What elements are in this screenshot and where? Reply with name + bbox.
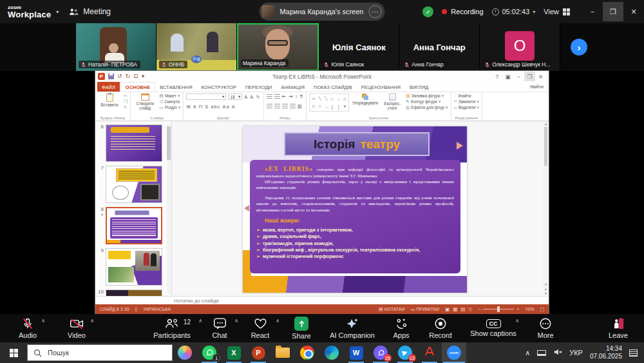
audio-options-chevron[interactable]: ∧: [41, 318, 45, 324]
video-tile[interactable]: Юлія Саянок Юлія Саянок: [319, 23, 399, 71]
video-tile-active-speaker[interactable]: Марина Каранда: [237, 23, 319, 71]
react-button[interactable]: React ∧: [240, 314, 281, 342]
current-slide[interactable]: Історія театру «EX LIBRIS» створено при …: [243, 126, 467, 293]
share-button[interactable]: Share: [281, 314, 322, 342]
shape-fill-button[interactable]: ▨Заливка фігури▾: [406, 93, 448, 98]
ppt-close-button[interactable]: ✕: [535, 72, 546, 81]
ppt-tab-file[interactable]: ФАЙЛ: [97, 82, 120, 92]
find-button[interactable]: ◌Знайти: [454, 93, 479, 98]
slide-title[interactable]: Історія театру: [284, 132, 430, 156]
layout-button[interactable]: ▤Макет▾: [159, 93, 180, 98]
notes-pane[interactable]: Нотатки до слайда: [95, 296, 549, 304]
chevron-down-icon[interactable]: ▾: [56, 9, 59, 15]
taskbar-app-telegram[interactable]: 13: [393, 342, 417, 363]
next-videos-button[interactable]: ›: [571, 39, 587, 55]
ppt-tab-insert[interactable]: ВСТАВЛЕННЯ: [155, 82, 196, 92]
ppt-tab-home[interactable]: ОСНОВНЕ: [120, 82, 155, 92]
new-slide-button[interactable]: Створити слайд: [133, 93, 156, 115]
zoom-slider-thumb[interactable]: [497, 306, 500, 312]
captions-chevron[interactable]: ∧: [515, 318, 519, 324]
record-button[interactable]: Record: [420, 314, 461, 342]
pill-more-button[interactable]: ⋯: [368, 5, 381, 18]
ppt-sign-in[interactable]: Увійти: [524, 82, 549, 92]
scroll-up-icon[interactable]: ▲: [544, 122, 547, 126]
slide-body-textbox[interactable]: «EX LIBRIS» створено при кафедрі філософ…: [250, 160, 460, 273]
numbering-icon[interactable]: [274, 94, 280, 99]
slide-thumbnail-7[interactable]: [106, 166, 162, 203]
video-tile[interactable]: ОННБ: [156, 23, 237, 71]
font-style-buttons[interactable]: Ж К П S abc Аа А: [186, 104, 236, 110]
ppt-minimize-button[interactable]: −: [513, 72, 524, 81]
scrollbar-thumb[interactable]: [544, 127, 547, 166]
taskbar-app-word[interactable]: W: [344, 342, 368, 363]
normal-view-button[interactable]: ▣: [445, 306, 450, 312]
tray-chevron-up-icon[interactable]: ∧: [525, 349, 530, 357]
taskbar-app-whatsapp[interactable]: 1: [197, 342, 222, 363]
speaker-muted-icon[interactable]: [553, 348, 562, 357]
ppt-tab-view[interactable]: ВИГЛЯД: [405, 82, 433, 92]
view-button[interactable]: View: [544, 8, 570, 15]
shape-effects-button[interactable]: ◍Ефекти для фігур▾: [406, 105, 448, 110]
slide-sorter-view-button[interactable]: ▦: [453, 306, 457, 312]
taskbar-app-edge[interactable]: [319, 342, 344, 363]
participants-button[interactable]: Participants 12 ∧: [144, 314, 200, 342]
grow-shrink-font-icons[interactable]: А́ А̖: [244, 94, 254, 100]
text-direction-icon[interactable]: ¶: [300, 93, 303, 99]
thumbnail-scrollbar[interactable]: [167, 124, 171, 293]
section-button[interactable]: ▭Розділ▾: [159, 105, 180, 110]
react-chevron[interactable]: ∧: [276, 318, 279, 324]
language-indicator[interactable]: УКРАЇНСЬКА: [143, 307, 171, 311]
ppt-tab-animations[interactable]: АНІМАЦІЯ: [276, 82, 309, 92]
ppt-ribbon-options-button[interactable]: ▣: [502, 72, 513, 81]
slide-thumbnail-8-selected[interactable]: [106, 207, 162, 244]
meeting-timer[interactable]: 05:02:43 ▾: [492, 8, 536, 15]
taskbar-search[interactable]: Пошук: [27, 344, 173, 361]
video-options-chevron[interactable]: ∧: [90, 318, 94, 324]
prev-slide-arrow-icon[interactable]: [244, 205, 249, 211]
battery-icon[interactable]: [537, 350, 546, 356]
next-slide-button[interactable]: ▼: [544, 291, 547, 295]
reading-view-button[interactable]: ▤: [460, 306, 465, 312]
maximize-button[interactable]: ❐: [603, 2, 623, 21]
redo-icon[interactable]: ↻: [126, 74, 131, 79]
align-left-icon[interactable]: [267, 104, 272, 109]
ppt-tab-slideshow[interactable]: ПОКАЗ СЛАЙДІВ: [309, 82, 357, 92]
arrange-button[interactable]: Упорядкувати: [352, 93, 379, 115]
font-size-combo[interactable]: 18▾: [228, 93, 242, 100]
quick-styles-button[interactable]: Експрес-стилі: [381, 93, 403, 115]
taskbar-app-excel[interactable]: X: [222, 342, 246, 363]
slide-thumbnail-6[interactable]: [106, 124, 162, 162]
replace-button[interactable]: ᵃᵇЗамінити▾: [454, 99, 479, 104]
slide-canvas[interactable]: Історія театру «EX LIBRIS» створено при …: [172, 121, 549, 296]
minimize-button[interactable]: −: [582, 2, 603, 21]
comments-toggle[interactable]: ▭ ПРИМІТКИ: [411, 307, 439, 312]
apps-button[interactable]: Apps: [383, 314, 420, 342]
ppt-tab-transitions[interactable]: ПЕРЕХОДИ: [241, 82, 276, 92]
customize-qat-icon[interactable]: ▾: [142, 74, 145, 79]
video-tile[interactable]: Наталія- ПЕТРОВА: [76, 23, 156, 71]
copy-icon[interactable]: ❐: [124, 99, 128, 104]
ppt-help-button[interactable]: ?: [491, 72, 502, 81]
close-button[interactable]: ✕: [623, 2, 644, 21]
taskbar-app-zoom[interactable]: zoom: [442, 342, 466, 363]
zoom-level[interactable]: 70%: [525, 307, 534, 311]
clear-format-icon[interactable]: ✎: [256, 94, 260, 100]
reset-button[interactable]: ↺Скинути: [159, 99, 180, 104]
security-shield-icon[interactable]: ✓: [422, 6, 433, 17]
video-tile[interactable]: О Олександр Шевчук Н...: [480, 23, 560, 71]
start-button[interactable]: [0, 342, 27, 363]
taskbar-app-powerpoint[interactable]: P: [246, 342, 270, 363]
taskbar-app-copilot[interactable]: [173, 342, 197, 363]
format-painter-icon[interactable]: ✎: [124, 105, 128, 110]
next-slide-arrow-icon[interactable]: [457, 142, 463, 150]
start-slideshow-icon[interactable]: ⊡: [133, 74, 138, 79]
undo-icon[interactable]: ↺: [117, 74, 122, 79]
cut-icon[interactable]: ✂: [124, 93, 128, 98]
chat-button[interactable]: Chat ∧: [200, 314, 240, 342]
video-button[interactable]: Video ∧: [58, 314, 95, 342]
zoom-out-icon[interactable]: −: [478, 307, 480, 311]
chat-chevron[interactable]: ∧: [234, 318, 238, 324]
shape-outline-button[interactable]: ✎Контур фігури▾: [406, 99, 448, 104]
spellcheck-icon[interactable]: ▯: [135, 307, 138, 312]
tab-meeting[interactable]: Meeting: [69, 7, 111, 16]
